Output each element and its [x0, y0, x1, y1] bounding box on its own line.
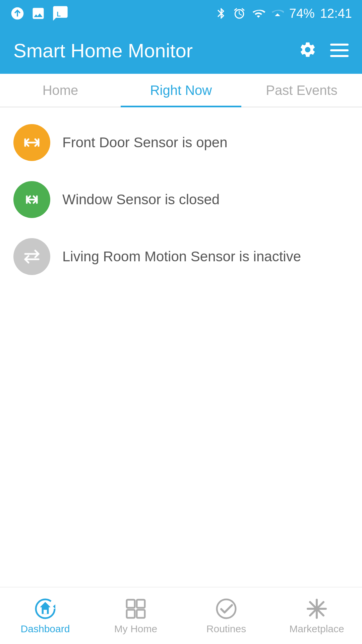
sensor-label-window: Window Sensor is closed	[62, 192, 220, 208]
tab-bar: Home Right Now Past Events	[0, 74, 362, 107]
nav-item-my-home[interactable]: My Home	[90, 587, 181, 644]
marketplace-icon	[305, 597, 328, 621]
tab-home[interactable]: Home	[0, 74, 121, 107]
svg-point-19	[217, 599, 236, 618]
sensor-label-motion: Living Room Motion Sensor is inactive	[62, 249, 301, 265]
svg-rect-17	[127, 610, 135, 618]
status-bar: L 74% 12:41	[0, 0, 362, 27]
status-bar-right: 74% 12:41	[215, 6, 352, 21]
hamburger-line-2	[330, 49, 349, 51]
hamburger-line-1	[330, 44, 349, 46]
tab-past-events[interactable]: Past Events	[241, 74, 362, 107]
hamburger-line-3	[330, 55, 349, 57]
header-actions	[299, 41, 349, 60]
bluetooth-icon	[215, 7, 228, 20]
settings-button[interactable]	[299, 41, 317, 60]
sensor-item-motion[interactable]: Living Room Motion Sensor is inactive	[0, 228, 362, 285]
svg-rect-18	[137, 610, 145, 618]
signal-icon	[271, 7, 284, 20]
svg-rect-15	[127, 600, 135, 608]
alarm-icon	[233, 7, 246, 20]
gear-icon	[299, 41, 317, 59]
grid-icon	[124, 597, 147, 621]
nav-label-dashboard: Dashboard	[21, 623, 70, 635]
battery-level: 74%	[289, 6, 315, 21]
sensor-item-window[interactable]: Window Sensor is closed	[0, 171, 362, 228]
sensor-icon-front-door	[13, 124, 50, 161]
image-icon	[31, 6, 46, 21]
svg-text:L: L	[57, 10, 61, 18]
status-bar-left: L	[10, 5, 69, 22]
routines-icon	[215, 597, 238, 621]
nav-item-dashboard[interactable]: Dashboard	[0, 587, 90, 644]
nav-label-my-home: My Home	[114, 623, 157, 635]
clock: 12:41	[320, 6, 352, 21]
sensor-label-front-door: Front Door Sensor is open	[62, 135, 228, 151]
nav-item-routines[interactable]: Routines	[181, 587, 272, 644]
compress-icon	[22, 190, 42, 210]
sensor-icon-motion	[13, 238, 50, 275]
line-icon: L	[52, 5, 69, 22]
nav-label-marketplace: Marketplace	[289, 623, 344, 635]
svg-rect-14	[44, 610, 47, 614]
upload-icon	[10, 6, 25, 21]
bottom-nav: Dashboard My Home Routines Marketplace	[0, 587, 362, 644]
app-title: Smart Home Monitor	[13, 39, 193, 62]
dashboard-icon	[34, 597, 57, 621]
nav-label-routines: Routines	[206, 623, 246, 635]
nav-item-marketplace[interactable]: Marketplace	[272, 587, 362, 644]
sensor-list: Front Door Sensor is open Window Sensor …	[0, 107, 362, 292]
tab-right-now[interactable]: Right Now	[121, 74, 241, 107]
expand-icon	[22, 132, 42, 153]
wifi-icon	[251, 7, 266, 20]
sensor-icon-window	[13, 181, 50, 218]
app-header: Smart Home Monitor	[0, 27, 362, 74]
menu-button[interactable]	[330, 44, 349, 57]
sensor-item-front-door[interactable]: Front Door Sensor is open	[0, 114, 362, 171]
svg-rect-16	[137, 600, 145, 608]
swap-icon	[22, 247, 42, 267]
svg-marker-12	[53, 604, 55, 609]
